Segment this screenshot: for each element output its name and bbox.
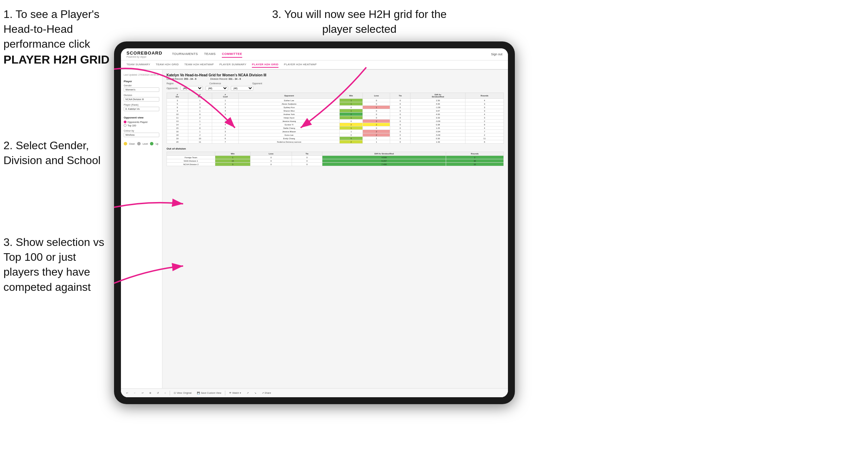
colour-label: Colour by [124, 130, 159, 132]
table-row: 20 11 7 Federica Domecq Lacroze 2 1 0 1.… [167, 140, 504, 144]
nav-committee[interactable]: COMMITTEE [222, 51, 242, 58]
toolbar-add[interactable]: ⊕ [148, 391, 153, 395]
step1-bold: PLAYER H2H GRID [3, 53, 110, 66]
table-row: Foreign Team 1 0 0 4.500 2 [167, 156, 504, 159]
toolbar-expand[interactable]: ↗ [245, 391, 251, 395]
player-rank-select[interactable]: 8. Katelyn Vo [124, 107, 159, 111]
main-nav: TOURNAMENTS TEAMS COMMITTEE [172, 51, 484, 58]
toolbar-refresh[interactable]: ↺ [155, 391, 161, 395]
th-od-tie: Tie [292, 152, 322, 156]
toolbar-back[interactable]: ← [132, 391, 138, 395]
overall-record-value: 353 - 34 - 6 [184, 78, 197, 80]
radio-dot-top100 [124, 124, 126, 127]
legend-down-dot [124, 142, 127, 145]
toolbar-watch[interactable]: 👁 Watch ▾ [227, 391, 243, 395]
th-od-loss: Loss [251, 152, 292, 156]
division-record-value: 331 - 34 - 6 [228, 78, 241, 80]
subnav-team-h2h-grid[interactable]: TEAM H2H GRID [156, 62, 179, 68]
gender-label: Gender [124, 84, 159, 87]
instruction-step3-right: 3. You will now see H2H grid for the pla… [263, 7, 456, 37]
opponents-filter[interactable]: (All) [180, 86, 203, 90]
radio-dot-opponents [124, 121, 126, 123]
tablet-screen: SCOREBOARD Powered by clippd TOURNAMENTS… [121, 48, 508, 397]
table-row: 5 2 2 Alexis Sudjianto 1 0 0 4.00 3 [167, 102, 504, 106]
toolbar-divider2 [225, 391, 225, 395]
legend-down-label: Down [129, 143, 135, 145]
opponent-filter-label: Opponent [252, 82, 287, 85]
th-loss: Loss [363, 93, 390, 99]
division-record-label: Division Record: [210, 78, 228, 80]
subnav-player-h2h-grid[interactable]: PLAYER H2H GRID [252, 62, 279, 68]
table-row: 10 6 3 Andrea York 2 0 0 4.00 4 [167, 113, 504, 116]
sidebar-timestamp: Last Updated: 27/03/2024 16:55:39 [124, 73, 159, 76]
toolbar-circle[interactable]: ○ [163, 391, 168, 395]
th-rounds: Rounds [465, 93, 504, 99]
th-reg: #Reg [188, 93, 212, 99]
division-label: Division [124, 94, 159, 96]
sub-nav: TEAM SUMMARY TEAM H2H GRID TEAM H2H HEAT… [121, 60, 508, 70]
toolbar-view-original[interactable]: ⊡ View: Original [172, 391, 193, 395]
region-filter-label: Region [167, 82, 201, 85]
overall-record: Overall Record: 353 - 34 - 6 [167, 78, 196, 80]
instruction-step1: 1. To see a Player's Head-to-Head perfor… [3, 7, 114, 67]
table-row: 14 7 4 Eunice Yi 2 2 0 0.38 9 [167, 123, 504, 126]
table-row: NAIA Division 1 15 0 0 9.267 30 [167, 159, 504, 163]
th-diff: Diff AvStrokes/Rnd [411, 93, 465, 99]
instruction-step3-left: 3. Show selection vs Top 100 or just pla… [3, 235, 111, 295]
opponent-filter[interactable]: (All) [231, 86, 253, 90]
overall-record-label: Overall Record: [167, 78, 183, 80]
grid-records: Overall Record: 353 - 34 - 6 Division Re… [167, 78, 504, 80]
toolbar-redo[interactable]: ↩ [140, 391, 145, 395]
table-row: 16 1 3 Jessica Mason 1 2 0 -0.94 7 [167, 130, 504, 133]
nav-tournaments[interactable]: TOURNAMENTS [172, 51, 198, 58]
toolbar-share[interactable]: ⇗ Share [260, 391, 273, 395]
logo-area: SCOREBOARD Powered by clippd [126, 50, 162, 58]
th-opponent: Opponent [239, 93, 339, 99]
player-rank-label: Player (Rank) [124, 104, 159, 106]
subnav-player-h2h-heatmap[interactable]: PLAYER H2H HEATMAP [284, 62, 317, 68]
radio-opponents-played[interactable]: Opponents Played [124, 121, 159, 123]
subnav-team-h2h-heatmap[interactable]: TEAM H2H HEATMAP [184, 62, 214, 68]
step3-left-text: 3. Show selection vs Top 100 or just pla… [3, 236, 104, 293]
legend-level-label: Level [143, 143, 148, 145]
player-section-title: Player [124, 80, 159, 83]
table-row: 15 8 5 Stella Cheng 1 0 0 1.25 4 [167, 126, 504, 130]
radio-top100[interactable]: Top 100 [124, 124, 159, 127]
toolbar-save-custom[interactable]: 💾 Save Custom View [195, 391, 223, 395]
step2-text: 2. Select Gender, Division and School [3, 139, 101, 166]
subnav-team-summary[interactable]: TEAM SUMMARY [126, 62, 150, 68]
table-row: 11 2 5 Heejo Hyun 1 0 0 3.33 3 [167, 116, 504, 120]
opponents-label: Opponents: [167, 87, 178, 89]
table-row: NCAA Division 2 5 0 0 7.400 10 [167, 163, 504, 166]
out-division-title: Out of division [167, 147, 504, 150]
table-row: 13 1 1 Jessica Huang 0 2 0 -3.00 2 [167, 120, 504, 123]
th-div: #Div [167, 93, 188, 99]
grid-title: Katelyn Vo Head-to-Head Grid for Women's… [167, 73, 504, 77]
filter-row: Opponents: (All) (All) (All) [167, 86, 504, 90]
toolbar-undo[interactable]: ↩ [124, 391, 130, 395]
sidebar: Last Updated: 27/03/2024 16:55:39 Player… [121, 70, 162, 397]
grid-area: Katelyn Vo Head-to-Head Grid for Women's… [162, 70, 508, 397]
subnav-player-summary[interactable]: PLAYER SUMMARY [219, 62, 246, 68]
division-record: Division Record: 331 - 34 - 6 [210, 78, 241, 80]
app-header: SCOREBOARD Powered by clippd TOURNAMENTS… [121, 48, 508, 60]
opponent-view-radios: Opponents Played Top 100 [124, 121, 159, 127]
conference-filter[interactable]: (All) [206, 86, 228, 90]
main-content: Last Updated: 27/03/2024 16:55:39 Player… [121, 70, 508, 397]
opponent-view-title: Opponent view [124, 116, 159, 119]
division-select[interactable]: NCAA Division III [124, 97, 159, 102]
gender-select[interactable]: Women's [124, 87, 159, 92]
logo-text: SCOREBOARD [126, 50, 162, 56]
toolbar-collapse[interactable]: ↘ [253, 391, 258, 395]
legend-up-label: Up [155, 143, 158, 145]
th-od-diff: Diff Av Strokes/Rnd [322, 152, 446, 156]
th-od-rounds: Rounds [446, 152, 504, 156]
bottom-toolbar: ↩ ← ↩ ⊕ ↺ ○ ⊡ View: Original 💾 Save Cust… [121, 388, 508, 397]
radio-label-top100: Top 100 [128, 124, 136, 127]
out-division-table: Win Loss Tie Diff Av Strokes/Rnd Rounds … [167, 152, 504, 166]
step3-right-text: 3. You will now see H2H grid for the pla… [272, 8, 446, 35]
tablet-device: SCOREBOARD Powered by clippd TOURNAMENTS… [114, 41, 515, 404]
sign-out-link[interactable]: Sign out [491, 53, 502, 56]
nav-teams[interactable]: TEAMS [204, 51, 216, 58]
colour-select[interactable]: Win/loss [124, 133, 159, 137]
